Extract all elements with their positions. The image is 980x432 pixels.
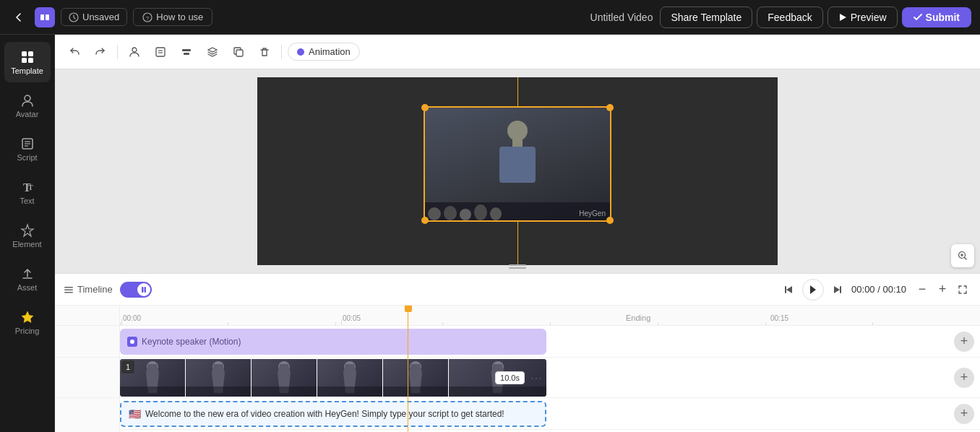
topbar-center: Untitled Video Share Template Feedback P… <box>590 7 971 28</box>
canvas-resize-handle[interactable] <box>509 264 526 269</box>
timeline-controls: 00:00 / 00:10 <box>779 279 906 301</box>
add-video-track-button[interactable]: + <box>954 368 974 388</box>
sidebar-item-pricing[interactable]: Pricing <box>4 302 51 342</box>
canvas-background: HeyGen <box>257 77 778 265</box>
script-track-text: Welcome to the new era of video creation… <box>145 409 504 419</box>
sidebar-item-script[interactable]: Script <box>4 129 51 169</box>
canvas-area: HeyGen <box>55 69 980 273</box>
ruler-mark-1: 00:05 <box>343 314 361 322</box>
video-thumb-5 <box>383 359 448 397</box>
video-thumb-3 <box>252 359 317 397</box>
zoom-in-button[interactable]: + <box>934 281 951 298</box>
play-button[interactable] <box>802 279 824 301</box>
sidebar-item-text[interactable]: T T Text <box>4 172 51 212</box>
motion-track-label-area <box>55 326 119 358</box>
script-track[interactable]: 🇺🇸 Welcome to the new era of video creat… <box>120 401 546 427</box>
delete-button[interactable] <box>254 41 275 63</box>
ruler-mark-0: 00:00 <box>123 314 141 322</box>
motion-track[interactable]: Keynote speaker (Motion) <box>120 329 546 355</box>
sidebar-item-asset[interactable]: Asset <box>4 259 51 299</box>
svg-point-18 <box>132 48 137 52</box>
sidebar: Template Avatar Script T T Text <box>0 35 55 432</box>
heygen-watermark: HeyGen <box>579 209 606 217</box>
motion-track-icon <box>127 337 137 347</box>
skip-back-button[interactable] <box>779 280 798 299</box>
undo-button[interactable] <box>64 41 85 63</box>
person-button[interactable] <box>124 41 145 63</box>
svg-rect-32 <box>144 287 146 293</box>
video-frame[interactable]: HeyGen <box>424 106 611 222</box>
script-track-content: 🇺🇸 Welcome to the new era of video creat… <box>120 398 954 429</box>
submit-button[interactable]: Submit <box>902 7 971 27</box>
timeline-zoom: − + <box>914 281 971 298</box>
animation-button[interactable]: Animation <box>288 43 360 61</box>
svg-rect-30 <box>64 292 73 293</box>
time-current: 00:00 <box>851 284 875 295</box>
video-thumb-2 <box>186 359 251 397</box>
sidebar-item-asset-label: Asset <box>17 283 38 292</box>
timeline-toggle-knob <box>137 283 150 296</box>
svg-rect-1 <box>46 14 49 20</box>
align-button[interactable] <box>176 41 197 63</box>
svg-marker-33 <box>786 286 792 293</box>
svg-rect-29 <box>64 289 73 290</box>
zoom-control[interactable] <box>951 244 974 267</box>
timeline-header: Timeline <box>55 274 980 306</box>
svg-marker-36 <box>834 286 840 293</box>
back-button[interactable] <box>9 7 29 27</box>
handle-top-left[interactable] <box>421 104 429 111</box>
editor-toolbar: Animation <box>55 35 980 69</box>
animation-label: Animation <box>309 46 351 57</box>
motion-track-row: Keynote speaker (Motion) + <box>120 326 980 358</box>
sidebar-item-avatar-label: Avatar <box>16 110 39 118</box>
svg-marker-35 <box>810 285 816 294</box>
sidebar-item-template[interactable]: Template <box>4 42 51 82</box>
timeline-text-label: Timeline <box>77 284 113 295</box>
svg-rect-0 <box>40 14 44 20</box>
video-title: Untitled Video <box>590 12 653 23</box>
how-to-button[interactable]: ? How to use <box>133 8 212 26</box>
expand-timeline-button[interactable] <box>954 281 971 298</box>
svg-rect-31 <box>142 287 144 293</box>
svg-rect-8 <box>22 58 27 63</box>
sidebar-item-element-label: Element <box>12 240 41 249</box>
add-script-track-button[interactable]: + <box>954 404 974 424</box>
handle-bottom-left[interactable] <box>421 217 429 224</box>
video-content: HeyGen <box>425 108 610 220</box>
sidebar-item-avatar[interactable]: Avatar <box>4 85 51 126</box>
share-template-button[interactable]: Share Template <box>660 7 752 28</box>
strip-more-button[interactable]: ⋯ <box>530 371 542 385</box>
video-strip-track[interactable]: 1 <box>120 359 546 397</box>
feedback-button[interactable]: Feedback <box>757 7 822 28</box>
unsaved-button[interactable]: Unsaved <box>61 8 127 26</box>
svg-rect-19 <box>156 48 165 56</box>
timeline-label: Timeline <box>64 284 113 295</box>
svg-point-10 <box>25 95 30 101</box>
timeline-section: Timeline <box>55 273 980 432</box>
handle-bottom-right[interactable] <box>606 217 614 224</box>
topbar-left: Unsaved ? How to use <box>9 7 585 27</box>
time-total: 00:10 <box>882 284 906 295</box>
toolbar-divider-2 <box>281 45 282 59</box>
sidebar-item-script-label: Script <box>17 153 37 162</box>
skip-forward-button[interactable] <box>828 280 847 299</box>
text-toolbar-button[interactable] <box>150 41 171 63</box>
zoom-out-button[interactable]: − <box>914 281 931 298</box>
topbar: Unsaved ? How to use Untitled Video Shar… <box>0 0 980 35</box>
layers-button[interactable] <box>202 41 223 63</box>
add-motion-track-button[interactable]: + <box>954 332 974 352</box>
sidebar-item-element[interactable]: Element <box>4 215 51 256</box>
ruler-mark-2: 00:15 <box>770 314 788 322</box>
video-strip-content: 1 <box>120 358 954 397</box>
duplicate-button[interactable] <box>228 41 249 63</box>
svg-rect-37 <box>840 286 841 293</box>
main-layout: Template Avatar Script T T Text <box>0 35 980 432</box>
preview-button[interactable]: Preview <box>828 7 898 28</box>
video-thumb-4 <box>317 359 382 397</box>
svg-rect-9 <box>28 58 33 63</box>
toolbar-divider-1 <box>117 45 118 59</box>
redo-button[interactable] <box>90 41 111 63</box>
handle-top-right[interactable] <box>606 104 614 111</box>
svg-rect-24 <box>236 50 243 56</box>
timeline-toggle[interactable] <box>120 282 152 298</box>
